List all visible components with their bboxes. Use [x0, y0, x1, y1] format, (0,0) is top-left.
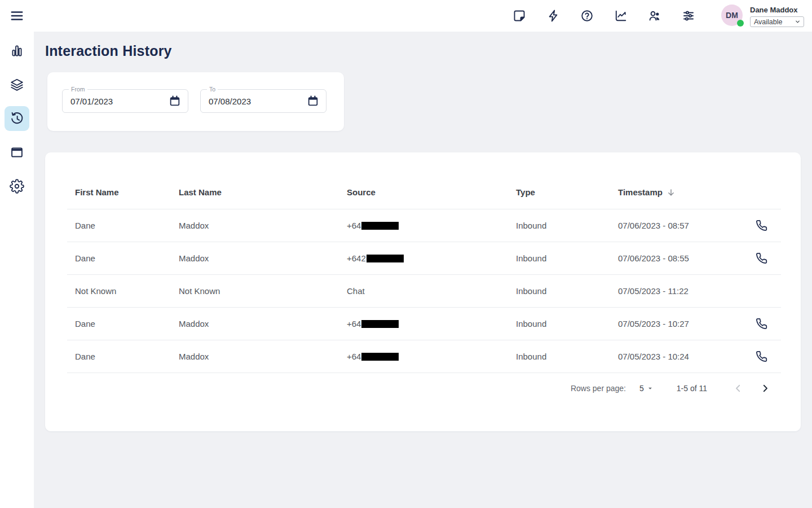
table-row[interactable]: Dane Maddox +642 Inbound 07/06/2023 - 08… [67, 242, 781, 274]
cell-last-name: Not Known [171, 274, 339, 307]
analytics-icon[interactable] [614, 9, 628, 23]
table-row[interactable]: Dane Maddox +64 Inbound 07/05/2023 - 10:… [67, 307, 781, 340]
redaction-bar [367, 255, 404, 262]
cell-type: Inbound [508, 340, 610, 373]
sidebar [0, 32, 34, 508]
avatar-initials: DM [726, 11, 738, 20]
chevron-down-icon [795, 19, 801, 25]
header-last-name[interactable]: Last Name [171, 176, 339, 209]
from-date-label: From [69, 86, 87, 93]
interactions-table: First Name Last Name Source Type Timesta… [67, 176, 781, 373]
previous-page-button[interactable] [731, 381, 745, 396]
sidebar-item-dashboard[interactable] [5, 38, 29, 63]
help-icon[interactable] [580, 9, 594, 23]
phone-icon[interactable] [756, 318, 767, 330]
table-row[interactable]: Not Known Not Known Chat Inbound 07/05/2… [67, 274, 781, 307]
sidebar-item-settings[interactable] [5, 174, 29, 199]
cell-timestamp: 07/06/2023 - 08:55 [610, 242, 740, 274]
phone-icon[interactable] [756, 220, 767, 231]
cell-last-name: Maddox [171, 340, 339, 373]
caret-down-icon [646, 384, 654, 392]
rows-per-page-label: Rows per page: [571, 384, 626, 393]
calendar-icon[interactable] [307, 95, 319, 107]
cell-type: Inbound [508, 307, 610, 340]
gear-icon [10, 179, 24, 194]
table-header-row: First Name Last Name Source Type Timesta… [67, 176, 781, 209]
to-date-value[interactable]: 07/08/2023 [201, 97, 307, 106]
sidebar-item-workspace[interactable] [5, 140, 29, 165]
bar-chart-icon [10, 43, 24, 58]
cell-first-name: Dane [67, 307, 171, 340]
header-timestamp[interactable]: Timestamp [618, 187, 676, 197]
cell-type: Inbound [508, 209, 610, 242]
sidebar-item-history[interactable] [5, 106, 29, 131]
window-icon [10, 145, 24, 160]
cell-last-name: Maddox [171, 242, 339, 274]
presence-dot [737, 20, 744, 27]
to-date-label: To [207, 86, 218, 93]
cell-source: +64 [339, 340, 508, 373]
cell-timestamp: 07/05/2023 - 10:27 [610, 307, 740, 340]
to-date-field[interactable]: To 07/08/2023 [200, 89, 326, 113]
hamburger-menu-icon[interactable] [10, 8, 24, 23]
user-name: Dane Maddox [750, 6, 804, 14]
chevron-left-icon [733, 383, 743, 393]
topbar: DM Dane Maddox Available [0, 0, 812, 32]
note-icon[interactable] [513, 9, 526, 23]
redaction-bar [361, 222, 399, 230]
history-icon [10, 111, 24, 126]
redaction-bar [361, 320, 399, 328]
header-source[interactable]: Source [339, 176, 508, 209]
table-row[interactable]: Dane Maddox +64 Inbound 07/05/2023 - 10:… [67, 340, 781, 373]
cell-action [740, 242, 781, 274]
status-value: Available [754, 18, 783, 26]
cell-timestamp: 07/05/2023 - 11:22 [610, 274, 740, 307]
sort-desc-icon [667, 188, 676, 197]
chevron-right-icon [760, 383, 770, 393]
status-dropdown[interactable]: Available [750, 16, 804, 27]
cell-first-name: Not Known [67, 274, 171, 307]
cell-action [740, 274, 781, 307]
header-type[interactable]: Type [508, 176, 610, 209]
from-date-field[interactable]: From 07/01/2023 [62, 89, 188, 113]
interactions-table-card: First Name Last Name Source Type Timesta… [45, 152, 801, 431]
cell-source: +642 [339, 242, 508, 274]
date-filter-card: From 07/01/2023 To 07/08/2023 [47, 72, 344, 131]
avatar[interactable]: DM [721, 5, 743, 26]
calendar-icon[interactable] [169, 95, 181, 107]
from-date-value[interactable]: 07/01/2023 [63, 97, 169, 106]
table-body: Dane Maddox +64 Inbound 07/06/2023 - 08:… [67, 209, 781, 373]
cell-source: +64 [339, 209, 508, 242]
user-chip: DM Dane Maddox Available [721, 5, 804, 27]
cell-first-name: Dane [67, 209, 171, 242]
cell-type: Inbound [508, 274, 610, 307]
cell-last-name: Maddox [171, 307, 339, 340]
sidebar-item-queues[interactable] [5, 72, 29, 97]
lightning-icon[interactable] [546, 9, 560, 23]
pagination: Rows per page: 5 1-5 of 11 [45, 381, 773, 396]
cell-last-name: Maddox [171, 209, 339, 242]
layers-icon [10, 77, 24, 92]
cell-first-name: Dane [67, 340, 171, 373]
cell-timestamp: 07/05/2023 - 10:24 [610, 340, 740, 373]
cell-action [740, 209, 781, 242]
tune-icon[interactable] [682, 9, 695, 23]
cell-timestamp: 07/06/2023 - 08:57 [610, 209, 740, 242]
phone-icon[interactable] [756, 351, 767, 362]
page-title: Interaction History [45, 43, 812, 59]
next-page-button[interactable] [758, 381, 773, 396]
header-first-name[interactable]: First Name [67, 176, 171, 209]
cell-action [740, 307, 781, 340]
table-row[interactable]: Dane Maddox +64 Inbound 07/06/2023 - 08:… [67, 209, 781, 242]
main-content: Interaction History From 07/01/2023 To 0… [34, 32, 812, 508]
topbar-icon-group [513, 9, 695, 23]
pagination-range: 1-5 of 11 [677, 384, 707, 393]
cell-first-name: Dane [67, 242, 171, 274]
redaction-bar [361, 353, 399, 361]
contacts-icon[interactable] [648, 9, 661, 23]
rows-per-page-value: 5 [639, 384, 644, 393]
cell-action [740, 340, 781, 373]
cell-source: Chat [339, 274, 508, 307]
phone-icon[interactable] [756, 252, 767, 264]
rows-per-page-select[interactable]: 5 [639, 384, 654, 393]
